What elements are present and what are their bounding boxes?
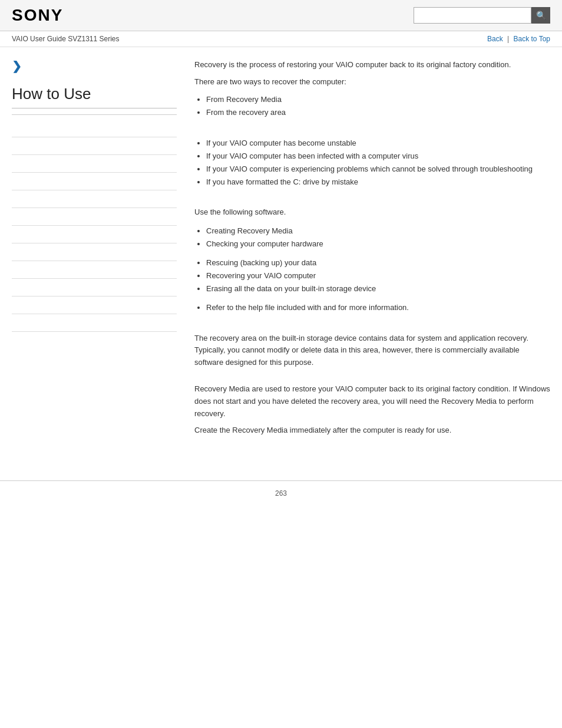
section-recovery-media: Recovery Media are used to restore your …: [194, 383, 550, 437]
search-input[interactable]: [414, 7, 531, 24]
sidebar-item-5[interactable]: [12, 190, 177, 208]
search-icon: 🔍: [536, 11, 546, 20]
page-number: 263: [275, 489, 287, 498]
recovery-media-para-2: Create the Recovery Media immediately af…: [194, 424, 550, 437]
sidebar: ❯ How to Use: [12, 59, 189, 451]
sidebar-title: How to Use: [12, 85, 177, 108]
page-content: Recovery is the process of restoring you…: [189, 59, 550, 451]
list-item: From the recovery area: [206, 106, 550, 119]
nav-separator: |: [507, 35, 509, 43]
page-header: SONY 🔍: [0, 0, 562, 31]
section-recovery-area: The recovery area on the built-in storag…: [194, 332, 550, 369]
sidebar-item-10[interactable]: [12, 279, 177, 297]
list-item: If your VAIO computer has been infected …: [206, 150, 550, 163]
nav-links: Back | Back to Top: [487, 35, 550, 43]
list-item: If your VAIO computer has become unstabl…: [206, 137, 550, 150]
sidebar-item-7[interactable]: [12, 226, 177, 243]
main-content: ❯ How to Use Recovery is the process of …: [0, 47, 562, 469]
search-bar: 🔍: [414, 7, 550, 24]
software-para: Use the following software.: [194, 206, 550, 219]
recovery-list-2: If your VAIO computer has become unstabl…: [206, 137, 550, 189]
sidebar-item-9[interactable]: [12, 261, 177, 279]
back-to-top-link[interactable]: Back to Top: [514, 35, 550, 43]
sidebar-item-6[interactable]: [12, 208, 177, 226]
software-list-2: Rescuing (backing up) your data Recoveri…: [206, 256, 550, 295]
recovery-list-1: From Recovery Media From the recovery ar…: [206, 93, 550, 119]
search-button[interactable]: 🔍: [531, 7, 550, 24]
list-item: Rescuing (backing up) your data: [206, 256, 550, 269]
section-recovery-intro: Recovery is the process of restoring you…: [194, 59, 550, 119]
sony-logo: SONY: [12, 6, 63, 25]
list-item: Refer to the help file included with and…: [206, 301, 550, 314]
back-link[interactable]: Back: [487, 35, 503, 43]
software-list-1: Creating Recovery Media Checking your co…: [206, 225, 550, 251]
recovery-media-para-1: Recovery Media are used to restore your …: [194, 383, 550, 420]
sidebar-arrow: ❯: [12, 59, 177, 73]
sidebar-item-11[interactable]: [12, 297, 177, 314]
recovery-para-2: There are two ways to recover the comput…: [194, 76, 550, 88]
list-item: Checking your computer hardware: [206, 238, 550, 251]
page-footer: 263: [0, 480, 562, 506]
section-when-to-recover: If your VAIO computer has become unstabl…: [194, 137, 550, 189]
sidebar-item-8[interactable]: [12, 243, 177, 261]
sidebar-divider-1: [12, 114, 177, 115]
sidebar-item-2[interactable]: [12, 137, 177, 155]
section-software: Use the following software. Creating Rec…: [194, 206, 550, 314]
sidebar-item-1[interactable]: [12, 120, 177, 137]
software-list-3: Refer to the help file included with and…: [206, 301, 550, 314]
list-item: If you have formatted the C: drive by mi…: [206, 176, 550, 189]
list-item: If your VAIO computer is experiencing pr…: [206, 163, 550, 176]
sub-header: VAIO User Guide SVZ1311 Series Back | Ba…: [0, 31, 562, 47]
list-item: From Recovery Media: [206, 93, 550, 106]
guide-title: VAIO User Guide SVZ1311 Series: [12, 35, 120, 43]
sidebar-item-3[interactable]: [12, 155, 177, 173]
list-item: Creating Recovery Media: [206, 225, 550, 238]
sidebar-item-12[interactable]: [12, 314, 177, 332]
recovery-area-para: The recovery area on the built-in storag…: [194, 332, 550, 369]
list-item: Recovering your VAIO computer: [206, 269, 550, 282]
recovery-para-1: Recovery is the process of restoring you…: [194, 59, 550, 71]
list-item: Erasing all the data on your built-in st…: [206, 282, 550, 295]
sidebar-item-4[interactable]: [12, 173, 177, 190]
